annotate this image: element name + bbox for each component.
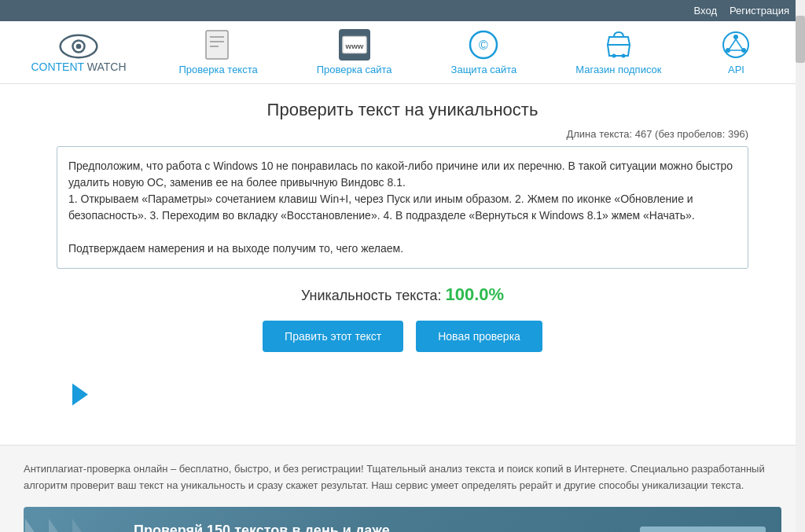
scrollbar[interactable] [796,0,805,532]
banner-arrow-3 [72,519,102,532]
arrow-right-icon [72,383,88,405]
nav-item-api[interactable]: API [720,29,752,75]
login-link[interactable]: Вход [694,5,717,17]
text-length-label: Длина текста: [566,128,632,140]
banner-laptop-image [640,526,766,532]
svg-point-14 [733,35,738,39]
top-bar: Вход Регистрация [0,0,805,21]
footer-section: Антиплагиат-проверка онлайн – бесплатно,… [0,445,805,532]
svg-rect-3 [206,31,228,59]
register-link[interactable]: Регистрация [730,5,789,17]
nav-item-text-check[interactable]: Проверка текста [178,29,257,75]
uniqueness-row: Уникальность текста: 100.0% [57,284,748,305]
text-display-box: Предположим, что работа с Windows 10 не … [57,146,748,269]
text-length-info: Длина текста: 467 (без пробелов: 396) [57,128,748,140]
site-check-icon: www [339,29,370,61]
svg-line-17 [730,39,736,49]
nav-label-shop: Магазин подписок [575,64,661,75]
svg-rect-20 [640,526,766,532]
text-length-no-spaces-label: (без пробелов: [655,128,725,140]
main-content: Проверить текст на уникальность Длина те… [41,84,764,445]
nav-label-site-check: Проверка сайта [317,64,392,75]
nav-item-shop[interactable]: Магазин подписок [575,29,661,75]
nav-label-text-check: Проверка текста [178,64,257,75]
uniqueness-value: 100.0% [445,284,504,304]
action-buttons: Править этот текст Новая проверка [57,321,748,352]
page-title: Проверить текст на уникальность [57,100,748,120]
new-check-button[interactable]: Новая проверка [416,321,542,352]
main-nav: Проверка текста www Проверка сайта © [149,29,781,75]
logo-content: CONTENT [31,61,83,73]
api-icon [720,29,752,61]
text-check-icon [203,29,234,61]
logo[interactable]: CONTENT WATCH [24,32,134,73]
site-protect-icon: © [468,29,499,61]
banner-arrows [24,507,102,532]
scrollbar-thumb[interactable] [796,16,805,63]
svg-line-18 [736,39,742,49]
banner-title: Проверяй 150 текстов в день и даже больш… [134,523,440,532]
arrow-decoration [57,376,748,421]
text-length-value: 467 [635,128,652,140]
text-length-no-spaces-value: 396) [728,128,748,140]
edit-text-button[interactable]: Править этот текст [263,321,403,352]
svg-text:©: © [480,39,489,52]
svg-point-2 [76,43,82,49]
nav-item-site-protect[interactable]: © Защита сайта [451,29,517,75]
nav-item-site-check[interactable]: www Проверка сайта [317,29,392,75]
svg-point-12 [621,54,625,58]
nav-label-site-protect: Защита сайта [451,64,517,75]
uniqueness-label: Уникальность текста: [301,288,442,303]
footer-description: Антиплагиат-проверка онлайн – бесплатно,… [24,461,781,494]
header: CONTENT WATCH Проверка текста [0,21,805,84]
banner-content: Проверяй 150 текстов в день и даже больш… [134,523,440,532]
nav-label-api: API [728,64,744,75]
promo-banner: Проверяй 150 текстов в день и даже больш… [24,507,781,532]
shop-icon [603,29,634,61]
svg-text:www: www [344,42,363,50]
svg-point-11 [612,54,616,58]
logo-watch: WATCH [84,61,127,73]
